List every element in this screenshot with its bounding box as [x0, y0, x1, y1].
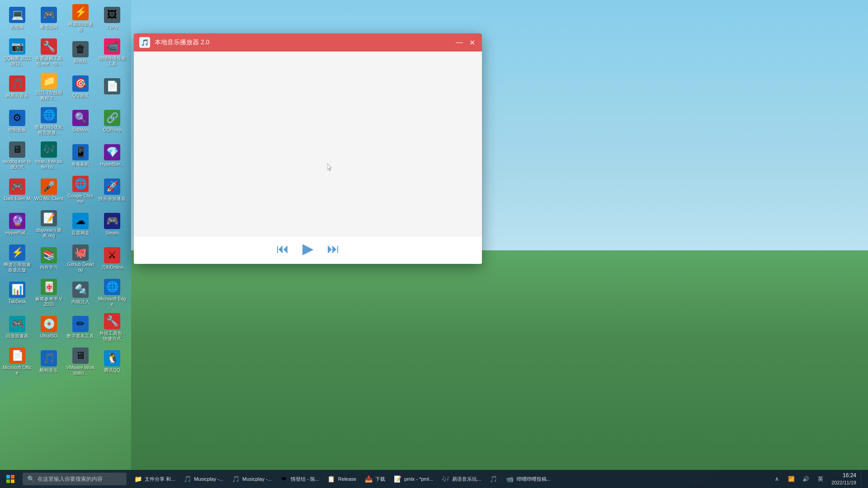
play-button[interactable]: ▶ [300, 240, 316, 257]
taskbar-app-0[interactable]: 📁 文件分享 和... [130, 471, 179, 487]
next-button[interactable]: ⏭ [325, 240, 341, 257]
icon-image: 🎶 [41, 141, 57, 158]
desktop-icon-icon-19[interactable]: 📱 奇兔刷机 [65, 139, 96, 172]
taskbar-app-1[interactable]: 🎵 Musicplay -... [179, 471, 227, 487]
desktop-icon-icon-6[interactable]: 🔧 吾爱破解工具 包.exe - 快... [33, 36, 64, 69]
icon-label: 暴雪战网 [40, 24, 58, 30]
icon-image: 🎵 [41, 350, 57, 366]
desktop-icon-icon-1[interactable]: 💻 此电脑 [2, 2, 33, 34]
desktop-icon-icon-25[interactable]: 🔮 HyperPlat... [2, 208, 33, 240]
svg-rect-1 [11, 475, 14, 479]
taskbar-app-label: Release [338, 476, 356, 482]
desktop-icon-icon-42[interactable]: 🎵 酷狗音乐 [33, 345, 64, 378]
taskbar-app-4[interactable]: 📋 Release [324, 471, 360, 487]
desktop-icon-icon-36[interactable]: 🌐 Microsoft Edge [97, 277, 127, 309]
prev-button[interactable]: ⏮ [274, 240, 291, 257]
taskbar-app-icon: 🎵 [183, 475, 191, 483]
desktop-icon-icon-18[interactable]: 🎶 freac- free audio co... [33, 139, 64, 172]
icon-label: 回游加速器 [6, 333, 28, 339]
icon-label: Microsoft Office [3, 365, 32, 376]
taskbar-app-icon: 📋 [327, 475, 335, 483]
icon-image: 🔧 [104, 313, 120, 329]
taskbar-app-6[interactable]: 📝 pmlx - *pml... [390, 471, 437, 487]
taskbar-app-label: 哔哩哔哩投稿... [517, 476, 551, 483]
desktop-icon-icon-33[interactable]: 📊 TabDesk [2, 277, 33, 309]
show-desktop-button[interactable] [861, 470, 864, 488]
desktop-icon-icon-22[interactable]: 🎤 WO Mic Client [33, 174, 64, 206]
icon-label: 刀剑Online [101, 265, 123, 270]
taskbar-app-2[interactable]: 🎵 Musicplay -... [228, 471, 275, 487]
icon-image: 📚 [41, 247, 57, 263]
search-bar[interactable]: 🔍 在这里输入你要搜索的内容 [23, 473, 127, 485]
desktop-icon-icon-12[interactable]: 📄 [97, 70, 127, 103]
desktop-icon-icon-3[interactable]: ⚡ 网易UU加速器 [65, 2, 96, 34]
desktop-icon-icon-40[interactable]: 🔧 外挂工具包 - 快捷方式 [97, 311, 127, 343]
tray-chevron[interactable]: ∧ [771, 473, 783, 485]
desktop-icon-icon-31[interactable]: 🐙 GitHub Desktop [65, 242, 96, 275]
close-button[interactable]: ✕ [467, 38, 476, 47]
desktop-icon-icon-38[interactable]: 💿 UltraISO [33, 311, 64, 343]
icon-label: freac- free audio co... [34, 159, 63, 170]
icon-image: 🖥 [72, 347, 89, 364]
icon-label: DdlMon [73, 127, 88, 133]
tray-network[interactable]: 📶 [785, 473, 798, 485]
desktop-icon-icon-8[interactable]: 📹 哔哩哔哩投稿工具 [97, 36, 127, 69]
tray-language[interactable]: 英 [814, 473, 827, 485]
desktop-icon-icon-14[interactable]: 🌐 墨草DNS优化网页加速... [33, 105, 64, 137]
icon-image: 🔍 [72, 110, 89, 126]
desktop-icon-icon-43[interactable]: 🖥 VMware Workstatio... [65, 345, 96, 378]
icon-label: QQ游戏 [72, 93, 89, 99]
icon-image: 🎤 [41, 178, 57, 195]
icon-image: 🖥 [9, 141, 25, 158]
desktop-icon-icon-17[interactable]: 🖥 windbg.exe 快捷方式 [2, 139, 33, 172]
icon-label: 百度网盘 [71, 230, 90, 236]
start-button[interactable] [0, 470, 21, 488]
icon-label: 外挂工具包 - 快捷方式 [98, 331, 127, 342]
desktop-icon-icon-15[interactable]: 🔍 DdlMon [65, 105, 96, 137]
taskbar-app-icon: 📁 [134, 475, 142, 483]
icon-image: 📱 [72, 144, 89, 160]
icon-image: 🔧 [41, 38, 57, 55]
desktop-icon-icon-13[interactable]: ⚙ 控制面板 [2, 105, 33, 137]
desktop-icon-icon-24[interactable]: 🚀 快乐游加速器 [97, 174, 127, 206]
icon-image: 🗑 [72, 41, 89, 57]
desktop-icon-icon-28[interactable]: 🎮 Steam [97, 208, 127, 240]
desktop-icon-icon-16[interactable]: 🔗 CCProxy [97, 105, 127, 137]
icon-label: VMware Workstatio... [66, 365, 95, 376]
desktop-icon-icon-11[interactable]: 🎯 QQ游戏 [65, 70, 96, 103]
desktop-icon-icon-23[interactable]: 🌐 Google Chrome [65, 174, 96, 206]
desktop-icon-icon-21[interactable]: 🎮 Dark Eden M [2, 174, 33, 206]
desktop-icon-icon-4[interactable]: 🖼 2.png [97, 2, 127, 34]
icon-image: ⚡ [72, 4, 89, 20]
minimize-button[interactable]: — [455, 38, 464, 47]
desktop-icon-icon-10[interactable]: 📁 2021.7在线班教程下... [33, 70, 64, 103]
taskbar-app-9[interactable]: 📹 哔哩哔哩投稿... [502, 471, 554, 487]
desktop-icon-icon-5[interactable]: 📷 QQ截图 20220912... [2, 36, 33, 69]
desktop-icon-icon-37[interactable]: 🎮 回游加速器 [2, 311, 33, 343]
clock-area[interactable]: 16:24 2022/11/19 [829, 471, 859, 487]
desktop-icon-icon-2[interactable]: 🎮 暴雪战网 [33, 2, 64, 34]
desktop-icon-icon-39[interactable]: ✏ 数字签名工具 [65, 311, 96, 343]
icon-label: 控制面板 [8, 127, 26, 133]
desktop-icon-icon-30[interactable]: 📚 内存学习 [33, 242, 64, 275]
desktop-icon-icon-35[interactable]: 🔩 内核注入 [65, 277, 96, 309]
music-player-window: 🎵 本地音乐播放器 2.0 — ✕ ⏮ ▶ ⏭ [134, 33, 482, 264]
desktop-icon-icon-26[interactable]: 📝 dbgview注册表.reg [33, 208, 64, 240]
desktop-icon-icon-9[interactable]: 🎵 网易云音乐 [2, 70, 33, 103]
desktop-icon-icon-27[interactable]: ☁ 百度网盘 [65, 208, 96, 240]
taskbar-app-5[interactable]: 📥 下载 [361, 471, 389, 487]
desktop-icon-icon-29[interactable]: ⚡ 啊捷万用加速器退出版 [2, 242, 33, 275]
desktop-icon-icon-32[interactable]: ⚔ 刀剑Online [97, 242, 127, 275]
desktop-icon-icon-20[interactable]: 💎 HyperBon... [97, 139, 127, 172]
desktop-icon-icon-34[interactable]: 🀄 麻将参考书 V2010 [33, 277, 64, 309]
desktop-icon-icon-44[interactable]: 🐧 腾讯QQ [97, 345, 127, 378]
taskbar-app-8[interactable]: 🎵 [486, 471, 501, 487]
icon-label: 快乐游加速器 [99, 196, 126, 202]
desktop-icon-icon-7[interactable]: 🗑 回收站 [65, 36, 96, 69]
taskbar-app-7[interactable]: 🎶 易语音乐玩... [438, 471, 485, 487]
tray-sound[interactable]: 🔊 [800, 473, 812, 485]
icon-image: 🔮 [9, 213, 25, 229]
desktop-icon-icon-41[interactable]: 📄 Microsoft Office [2, 345, 33, 378]
player-app-icon: 🎵 [139, 37, 150, 48]
taskbar-app-3[interactable]: ❤ 情登结 - 陈... [276, 471, 323, 487]
